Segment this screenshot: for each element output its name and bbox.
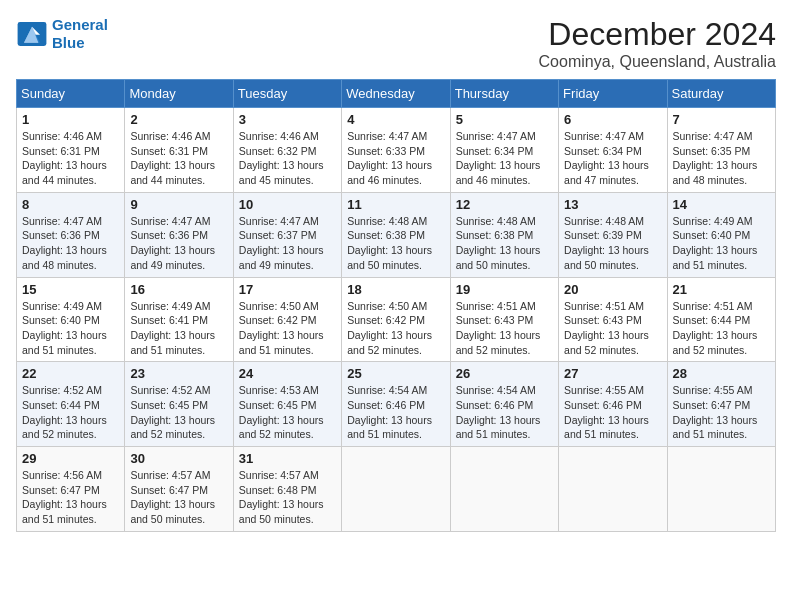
calendar-day-cell: 22Sunrise: 4:52 AM Sunset: 6:44 PM Dayli…: [17, 362, 125, 447]
day-info: Sunrise: 4:52 AM Sunset: 6:44 PM Dayligh…: [22, 383, 119, 442]
day-number: 30: [130, 451, 227, 466]
day-info: Sunrise: 4:55 AM Sunset: 6:46 PM Dayligh…: [564, 383, 661, 442]
day-info: Sunrise: 4:50 AM Sunset: 6:42 PM Dayligh…: [347, 299, 444, 358]
day-info: Sunrise: 4:57 AM Sunset: 6:47 PM Dayligh…: [130, 468, 227, 527]
day-number: 2: [130, 112, 227, 127]
day-info: Sunrise: 4:47 AM Sunset: 6:34 PM Dayligh…: [564, 129, 661, 188]
day-info: Sunrise: 4:53 AM Sunset: 6:45 PM Dayligh…: [239, 383, 336, 442]
weekday-header-row: SundayMondayTuesdayWednesdayThursdayFrid…: [17, 80, 776, 108]
day-info: Sunrise: 4:47 AM Sunset: 6:36 PM Dayligh…: [22, 214, 119, 273]
day-number: 13: [564, 197, 661, 212]
calendar-day-cell: 30Sunrise: 4:57 AM Sunset: 6:47 PM Dayli…: [125, 447, 233, 532]
day-info: Sunrise: 4:46 AM Sunset: 6:32 PM Dayligh…: [239, 129, 336, 188]
day-info: Sunrise: 4:55 AM Sunset: 6:47 PM Dayligh…: [673, 383, 770, 442]
day-number: 15: [22, 282, 119, 297]
day-number: 24: [239, 366, 336, 381]
calendar-day-cell: 9Sunrise: 4:47 AM Sunset: 6:36 PM Daylig…: [125, 192, 233, 277]
calendar-day-cell: 17Sunrise: 4:50 AM Sunset: 6:42 PM Dayli…: [233, 277, 341, 362]
day-number: 14: [673, 197, 770, 212]
day-info: Sunrise: 4:47 AM Sunset: 6:37 PM Dayligh…: [239, 214, 336, 273]
day-info: Sunrise: 4:49 AM Sunset: 6:41 PM Dayligh…: [130, 299, 227, 358]
day-number: 16: [130, 282, 227, 297]
day-info: Sunrise: 4:49 AM Sunset: 6:40 PM Dayligh…: [22, 299, 119, 358]
day-number: 18: [347, 282, 444, 297]
day-info: Sunrise: 4:48 AM Sunset: 6:38 PM Dayligh…: [347, 214, 444, 273]
day-info: Sunrise: 4:46 AM Sunset: 6:31 PM Dayligh…: [22, 129, 119, 188]
calendar-day-cell: 31Sunrise: 4:57 AM Sunset: 6:48 PM Dayli…: [233, 447, 341, 532]
weekday-label: Friday: [559, 80, 667, 108]
day-number: 25: [347, 366, 444, 381]
day-info: Sunrise: 4:47 AM Sunset: 6:36 PM Dayligh…: [130, 214, 227, 273]
calendar-day-cell: [450, 447, 558, 532]
calendar-day-cell: 11Sunrise: 4:48 AM Sunset: 6:38 PM Dayli…: [342, 192, 450, 277]
weekday-label: Saturday: [667, 80, 775, 108]
day-number: 23: [130, 366, 227, 381]
day-number: 11: [347, 197, 444, 212]
calendar-day-cell: 8Sunrise: 4:47 AM Sunset: 6:36 PM Daylig…: [17, 192, 125, 277]
day-info: Sunrise: 4:51 AM Sunset: 6:43 PM Dayligh…: [564, 299, 661, 358]
calendar-day-cell: 14Sunrise: 4:49 AM Sunset: 6:40 PM Dayli…: [667, 192, 775, 277]
calendar-day-cell: 29Sunrise: 4:56 AM Sunset: 6:47 PM Dayli…: [17, 447, 125, 532]
day-info: Sunrise: 4:48 AM Sunset: 6:39 PM Dayligh…: [564, 214, 661, 273]
day-number: 20: [564, 282, 661, 297]
calendar-week-row: 29Sunrise: 4:56 AM Sunset: 6:47 PM Dayli…: [17, 447, 776, 532]
day-info: Sunrise: 4:47 AM Sunset: 6:35 PM Dayligh…: [673, 129, 770, 188]
day-number: 12: [456, 197, 553, 212]
day-number: 17: [239, 282, 336, 297]
calendar-day-cell: 6Sunrise: 4:47 AM Sunset: 6:34 PM Daylig…: [559, 108, 667, 193]
day-number: 28: [673, 366, 770, 381]
calendar-week-row: 15Sunrise: 4:49 AM Sunset: 6:40 PM Dayli…: [17, 277, 776, 362]
day-number: 21: [673, 282, 770, 297]
day-number: 22: [22, 366, 119, 381]
day-info: Sunrise: 4:51 AM Sunset: 6:43 PM Dayligh…: [456, 299, 553, 358]
day-number: 5: [456, 112, 553, 127]
day-info: Sunrise: 4:56 AM Sunset: 6:47 PM Dayligh…: [22, 468, 119, 527]
day-info: Sunrise: 4:48 AM Sunset: 6:38 PM Dayligh…: [456, 214, 553, 273]
logo-line1: General: [52, 16, 108, 33]
logo: General Blue: [16, 16, 108, 52]
day-info: Sunrise: 4:46 AM Sunset: 6:31 PM Dayligh…: [130, 129, 227, 188]
calendar-day-cell: 27Sunrise: 4:55 AM Sunset: 6:46 PM Dayli…: [559, 362, 667, 447]
page-title: December 2024: [539, 16, 776, 53]
calendar-day-cell: 19Sunrise: 4:51 AM Sunset: 6:43 PM Dayli…: [450, 277, 558, 362]
day-number: 9: [130, 197, 227, 212]
day-info: Sunrise: 4:47 AM Sunset: 6:34 PM Dayligh…: [456, 129, 553, 188]
calendar-day-cell: [667, 447, 775, 532]
calendar-table: SundayMondayTuesdayWednesdayThursdayFrid…: [16, 79, 776, 532]
weekday-label: Wednesday: [342, 80, 450, 108]
day-number: 19: [456, 282, 553, 297]
day-info: Sunrise: 4:50 AM Sunset: 6:42 PM Dayligh…: [239, 299, 336, 358]
page-subtitle: Coominya, Queensland, Australia: [539, 53, 776, 71]
day-info: Sunrise: 4:49 AM Sunset: 6:40 PM Dayligh…: [673, 214, 770, 273]
calendar-week-row: 8Sunrise: 4:47 AM Sunset: 6:36 PM Daylig…: [17, 192, 776, 277]
logo-text: General Blue: [52, 16, 108, 52]
day-number: 3: [239, 112, 336, 127]
day-number: 7: [673, 112, 770, 127]
calendar-day-cell: 15Sunrise: 4:49 AM Sunset: 6:40 PM Dayli…: [17, 277, 125, 362]
calendar-day-cell: 26Sunrise: 4:54 AM Sunset: 6:46 PM Dayli…: [450, 362, 558, 447]
calendar-week-row: 1Sunrise: 4:46 AM Sunset: 6:31 PM Daylig…: [17, 108, 776, 193]
weekday-label: Monday: [125, 80, 233, 108]
calendar-day-cell: 20Sunrise: 4:51 AM Sunset: 6:43 PM Dayli…: [559, 277, 667, 362]
calendar-day-cell: 25Sunrise: 4:54 AM Sunset: 6:46 PM Dayli…: [342, 362, 450, 447]
calendar-day-cell: 3Sunrise: 4:46 AM Sunset: 6:32 PM Daylig…: [233, 108, 341, 193]
calendar-day-cell: 18Sunrise: 4:50 AM Sunset: 6:42 PM Dayli…: [342, 277, 450, 362]
logo-line2: Blue: [52, 34, 85, 51]
calendar-day-cell: 7Sunrise: 4:47 AM Sunset: 6:35 PM Daylig…: [667, 108, 775, 193]
calendar-day-cell: 4Sunrise: 4:47 AM Sunset: 6:33 PM Daylig…: [342, 108, 450, 193]
day-info: Sunrise: 4:52 AM Sunset: 6:45 PM Dayligh…: [130, 383, 227, 442]
calendar-day-cell: 13Sunrise: 4:48 AM Sunset: 6:39 PM Dayli…: [559, 192, 667, 277]
calendar-body: 1Sunrise: 4:46 AM Sunset: 6:31 PM Daylig…: [17, 108, 776, 532]
day-number: 1: [22, 112, 119, 127]
calendar-day-cell: 28Sunrise: 4:55 AM Sunset: 6:47 PM Dayli…: [667, 362, 775, 447]
day-info: Sunrise: 4:47 AM Sunset: 6:33 PM Dayligh…: [347, 129, 444, 188]
calendar-day-cell: [342, 447, 450, 532]
day-info: Sunrise: 4:51 AM Sunset: 6:44 PM Dayligh…: [673, 299, 770, 358]
day-number: 31: [239, 451, 336, 466]
weekday-label: Sunday: [17, 80, 125, 108]
calendar-week-row: 22Sunrise: 4:52 AM Sunset: 6:44 PM Dayli…: [17, 362, 776, 447]
weekday-label: Tuesday: [233, 80, 341, 108]
calendar-day-cell: 1Sunrise: 4:46 AM Sunset: 6:31 PM Daylig…: [17, 108, 125, 193]
day-info: Sunrise: 4:54 AM Sunset: 6:46 PM Dayligh…: [456, 383, 553, 442]
day-info: Sunrise: 4:54 AM Sunset: 6:46 PM Dayligh…: [347, 383, 444, 442]
